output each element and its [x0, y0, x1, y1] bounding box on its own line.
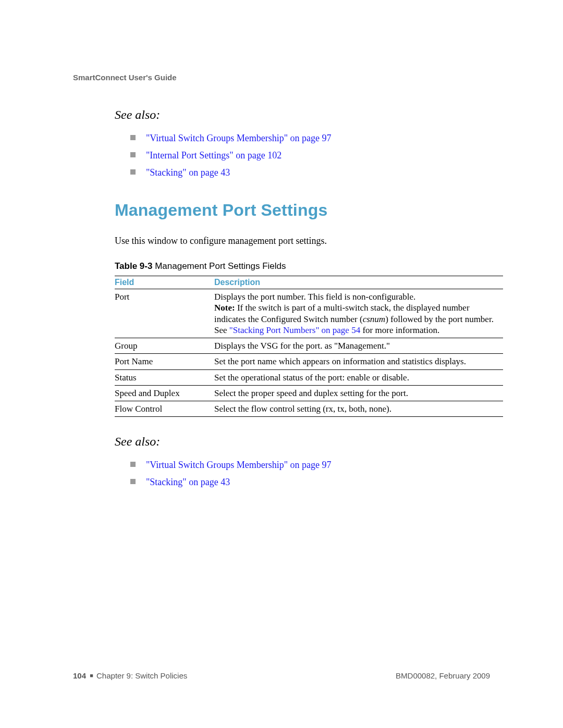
description-cell: Select the flow control setting (rx, tx,… [214, 401, 503, 417]
link-text: "Stacking" on page 43 [146, 477, 230, 487]
description-cell: Displays the port number. This field is … [214, 289, 503, 338]
table-caption-label: Table 9-3 [115, 261, 152, 271]
description-cell: Set the port name which appears on infor… [214, 354, 503, 369]
field-cell: Speed and Duplex [115, 385, 214, 401]
page: SmartConnect User's Guide See also: "Vir… [0, 0, 563, 728]
running-header: SmartConnect User's Guide [73, 73, 490, 82]
table-row: Status Set the operational status of the… [115, 369, 503, 385]
table-row: Port Displays the port number. This fiel… [115, 289, 503, 338]
note-italic: csnum [363, 314, 385, 324]
description-cell: Displays the VSG for the port. as "Manag… [214, 338, 503, 354]
intro-paragraph: Use this window to configure management … [115, 236, 490, 246]
description-cell: Set the operational status of the port: … [214, 369, 503, 385]
see-also-list-2: "Virtual Switch Groups Membership" on pa… [130, 458, 490, 489]
section-title: Management Port Settings [115, 201, 490, 220]
chapter-label: Chapter 9: Switch Policies [96, 671, 187, 680]
note-text: for more information. [360, 325, 439, 335]
description-cell: Select the proper speed and duplex setti… [214, 385, 503, 401]
link-text: "Virtual Switch Groups Membership" on pa… [146, 133, 332, 143]
page-number: 104 [73, 671, 86, 680]
col-description: Description [214, 276, 503, 289]
doc-id: BMD00082, February 2009 [396, 671, 490, 680]
table-row: Speed and Duplex Select the proper speed… [115, 385, 503, 401]
link-text: "Internal Port Settings" on page 102 [146, 150, 282, 161]
note-label: Note: [214, 303, 235, 313]
see-also-list-1: "Virtual Switch Groups Membership" on pa… [130, 131, 490, 180]
see-also-link[interactable]: "Internal Port Settings" on page 102 [130, 149, 490, 163]
fields-table: Field Description Port Displays the port… [115, 276, 503, 417]
field-cell: Group [115, 338, 214, 354]
link-text: "Stacking" on page 43 [146, 167, 230, 178]
field-cell: Port [115, 289, 214, 338]
page-footer: 104 ■ Chapter 9: Switch Policies BMD0008… [73, 671, 490, 680]
field-cell: Status [115, 369, 214, 385]
see-also-link[interactable]: "Stacking" on page 43 [130, 475, 490, 489]
table-caption-text: Management Port Settings Fields [152, 261, 286, 271]
link-text: "Virtual Switch Groups Membership" on pa… [146, 460, 332, 470]
table-row: Group Displays the VSG for the port. as … [115, 338, 503, 354]
inline-link[interactable]: "Stacking Port Numbers" on page 54 [229, 325, 360, 335]
table-caption: Table 9-3 Management Port Settings Field… [115, 261, 490, 272]
table-row: Port Name Set the port name which appear… [115, 354, 503, 369]
see-also-heading-1: See also: [115, 108, 490, 122]
see-also-link[interactable]: "Stacking" on page 43 [130, 166, 490, 180]
field-cell: Flow Control [115, 401, 214, 417]
see-also-link[interactable]: "Virtual Switch Groups Membership" on pa… [130, 458, 490, 472]
see-also-link[interactable]: "Virtual Switch Groups Membership" on pa… [130, 131, 490, 145]
desc-text: Displays the port number. This field is … [214, 292, 415, 302]
see-also-heading-2: See also: [115, 435, 490, 449]
field-cell: Port Name [115, 354, 214, 369]
separator-icon: ■ [88, 672, 96, 678]
table-row: Flow Control Select the flow control set… [115, 401, 503, 417]
col-field: Field [115, 276, 214, 289]
